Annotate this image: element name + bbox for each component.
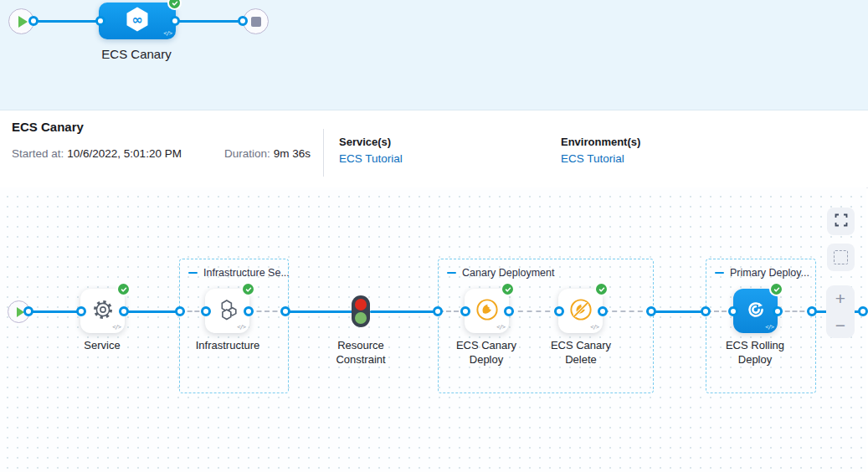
traffic-light-green-icon [355, 312, 367, 324]
connector-line [285, 310, 353, 313]
group-header: Primary Deploy... [715, 267, 809, 279]
connector-point [460, 306, 470, 316]
step-node-ecs-canary-delete[interactable]: </> [558, 289, 603, 333]
marquee-select-icon [834, 250, 848, 264]
svg-text:∞: ∞ [131, 12, 142, 28]
collapse-icon[interactable] [188, 272, 198, 274]
service-gear-icon [90, 297, 116, 326]
step-label: ECS Canary Delete [543, 338, 619, 367]
stage-minimap: ∞ </> ECS Canary [0, 0, 868, 110]
infrastructure-hexagons-icon [215, 297, 240, 326]
connector-point [175, 306, 185, 316]
connector-line [124, 310, 180, 313]
group-label: Canary Deployment [462, 267, 554, 279]
connector-point [119, 306, 129, 316]
code-icon: </> [237, 324, 245, 331]
connector-point [807, 306, 817, 316]
success-badge [116, 282, 131, 296]
connector-point [244, 306, 254, 316]
environments-link[interactable]: ECS Tutorial [561, 152, 624, 165]
stop-icon [251, 17, 261, 27]
started-at-value: 10/6/2022, 5:01:20 PM [67, 147, 182, 160]
connector-line [175, 20, 243, 23]
duration-label: Duration: [224, 147, 270, 160]
connector-point [238, 16, 248, 26]
step-label: Resource Constraint [327, 338, 394, 367]
connector-line [651, 310, 706, 313]
canary-bird-icon [475, 298, 499, 325]
connector-point [598, 306, 608, 316]
connector-line [28, 310, 82, 313]
code-icon: </> [590, 324, 598, 331]
connector-point [646, 306, 656, 316]
connector-line [370, 310, 439, 313]
success-badge [241, 282, 255, 296]
connector-point [170, 16, 180, 26]
step-node-ecs-rolling-deploy[interactable]: </> [733, 289, 778, 333]
duration: Duration:9m 36s [224, 147, 311, 160]
ecs-rolling-swirl-icon [745, 299, 767, 324]
step-label: Infrastructure [182, 338, 274, 352]
zoom-in-button[interactable]: + [826, 285, 855, 312]
services-label: Service(s) [339, 136, 391, 148]
connector-point [76, 306, 86, 316]
canary-delete-icon [569, 298, 593, 325]
connector-point [504, 306, 514, 316]
zoom-controls: + − [826, 285, 855, 338]
started-at: Started at:10/6/2022, 5:01:20 PM [12, 147, 182, 160]
harness-pipeline-icon: ∞ [122, 4, 152, 38]
connector-point [433, 306, 443, 316]
duration-value: 9m 36s [274, 147, 311, 160]
code-icon: </> [496, 324, 505, 331]
marquee-select-button[interactable] [827, 244, 855, 271]
group-header: Infrastructure Se... [188, 267, 290, 279]
connector-point [23, 306, 33, 316]
pipeline-execution-view: ∞ </> ECS Canary ECS Canary Started at:1… [0, 0, 868, 472]
connector-point [95, 16, 105, 26]
connector-point [280, 306, 290, 316]
code-icon: </> [163, 30, 172, 37]
connector-line [33, 20, 100, 23]
pipeline-title: ECS Canary [12, 120, 84, 134]
collapse-icon[interactable] [447, 272, 456, 274]
connector-point [28, 16, 39, 26]
connector-point [858, 306, 868, 316]
step-label: Service [69, 338, 136, 352]
code-icon: </> [765, 324, 773, 331]
zoom-out-button[interactable]: − [826, 312, 855, 339]
connector-point [201, 306, 211, 316]
group-header: Canary Deployment [447, 267, 554, 279]
step-label: ECS Canary Deploy [449, 338, 524, 367]
group-label: Primary Deploy... [730, 267, 809, 279]
play-icon [18, 16, 28, 28]
environments-label: Environment(s) [561, 136, 640, 148]
group-label: Infrastructure Se... [203, 267, 290, 279]
connector-point [728, 306, 738, 316]
services-link[interactable]: ECS Tutorial [339, 152, 403, 165]
collapse-icon[interactable] [715, 272, 724, 274]
connector-line [509, 310, 559, 312]
success-badge [769, 282, 783, 296]
code-icon: </> [112, 324, 121, 331]
step-node-resource-constraint[interactable] [352, 295, 370, 327]
connector-point [773, 306, 783, 316]
stage-node-ecs-canary[interactable]: ∞ </> [99, 3, 176, 39]
stage-label[interactable]: ECS Canary [78, 47, 195, 61]
fullscreen-icon [835, 213, 848, 229]
success-badge [167, 0, 182, 10]
step-node-ecs-canary-deploy[interactable]: </> [465, 289, 509, 333]
execution-summary-bar: ECS Canary Started at:10/6/2022, 5:01:20… [0, 110, 868, 188]
success-badge [501, 282, 515, 296]
connector-point [701, 306, 711, 316]
started-at-label: Started at: [12, 147, 64, 160]
connector-line [603, 310, 651, 312]
success-badge [594, 282, 609, 296]
connector-point [554, 306, 564, 316]
step-label: ECS Rolling Deploy [717, 338, 793, 367]
traffic-light-red-icon [355, 299, 367, 310]
summary-divider [323, 129, 324, 177]
pipeline-canvas[interactable]: Infrastructure Se... Canary Deployment P… [0, 187, 866, 472]
fullscreen-button[interactable] [827, 208, 855, 235]
